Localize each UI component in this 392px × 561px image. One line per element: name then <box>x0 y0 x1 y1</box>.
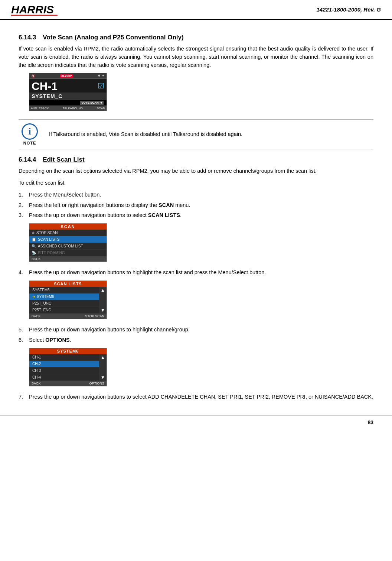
section-614-3-heading: 6.14.3Vote Scan (Analog and P25 Conventi… <box>19 34 373 41</box>
scan-list-p25t-unc: P25T_UNC <box>29 300 99 307</box>
scan-menu-scan-lists: 📋 SCAN LISTS <box>29 236 107 243</box>
scan-menu-screen: SCAN ⊗ STOP SCAN 📋 SCAN LISTS 🔍 ASSIGNED… <box>29 223 107 262</box>
step-7: 7. Press the up or down navigation butto… <box>19 393 373 401</box>
scan-menu-assigned-custom: 🔍 ASSIGNED CUSTOM LIST <box>29 243 107 250</box>
system-header: SYSTEM6 <box>29 348 107 354</box>
vote-scan-screen: 🔇 XL200P ✱ ✦ CH-1 ☑ SYSTEM_C VOTE SCAN ◄… <box>29 73 107 111</box>
screen-channel-number: CH-1 <box>32 81 58 92</box>
note-icon-wrap: i NOTE <box>19 123 41 145</box>
steps-list: 1. Press the Menu/Select button. 2. Pres… <box>19 191 373 220</box>
harris-logo: HARRIS <box>11 3 59 16</box>
screen-channel-row: CH-1 ☑ <box>29 79 107 93</box>
steps-list-2: 4. Press the up or down navigation butto… <box>19 269 373 277</box>
screen-bottom-bar: AUD. PBACK TALKAROUND SCAN <box>29 106 107 111</box>
screen-top-bar: 🔇 XL200P ✱ ✦ <box>29 73 107 79</box>
scan-list-system5: SYSTEM5 <box>29 287 99 294</box>
channel-ch2: CH-2 <box>29 361 99 367</box>
scan-list-system6: ➔SYSTEM6 <box>29 294 99 300</box>
system-channels-screen-container: SYSTEM6 CH-1 CH-2 CH-3 CH-4 <box>29 348 373 388</box>
scan-lists-screen: SCAN LISTS SYSTEM5 ➔SYSTEM6 P25T_UNC P25… <box>29 280 107 319</box>
page-number: 83 <box>368 419 373 425</box>
steps-list-4: 7. Press the up or down navigation butto… <box>19 393 373 401</box>
section-614-4-intro: Depending on the scan list options selec… <box>19 167 373 175</box>
scan-menu-stop-scan: ⊗ STOP SCAN <box>29 230 107 236</box>
channel-ch4: CH-4 <box>29 374 99 381</box>
main-content: 6.14.3Vote Scan (Analog and P25 Conventi… <box>0 20 392 412</box>
scan-menu-back: BACK <box>29 256 107 262</box>
note-text: If Talkaround is enabled, Vote Scan is d… <box>49 130 242 139</box>
scan-list-p25t-enc: P25T_ENC <box>29 307 99 314</box>
screen-system-name: SYSTEM_C <box>29 93 107 100</box>
system-channels-screen: SYSTEM6 CH-1 CH-2 CH-3 CH-4 <box>29 348 107 386</box>
step-2: 2. Press the left or right navigation bu… <box>19 201 373 210</box>
channels-body: CH-1 CH-2 CH-3 CH-4 ▲ ▼ <box>29 354 107 381</box>
step-6: 6. Select OPTIONS. <box>19 336 373 344</box>
info-icon: i <box>22 123 38 140</box>
step-3: 3. Press the up or down navigation butto… <box>19 211 373 220</box>
system-bottom: BACK OPTIONS <box>29 381 107 386</box>
page-header: HARRIS 14221-1800-2000, Rev. G <box>0 0 392 20</box>
channel-ch3: CH-3 <box>29 367 99 374</box>
scan-lists-header: SCAN LISTS <box>29 281 107 287</box>
note-label: NOTE <box>23 141 36 145</box>
svg-text:HARRIS: HARRIS <box>11 3 54 16</box>
document-number: 14221-1800-2000, Rev. G <box>317 6 381 13</box>
step-5: 5. Press the up or down navigation butto… <box>19 326 373 334</box>
step-4: 4. Press the up or down navigation butto… <box>19 269 373 277</box>
scan-menu-header: SCAN <box>29 224 107 230</box>
screen-vote-bar: VOTE SCAN ◄ <box>29 100 107 106</box>
steps-list-3: 5. Press the up or down navigation butto… <box>19 326 373 344</box>
scan-lists-bottom: BACK STOP SCAN <box>29 314 107 319</box>
section-614-4-heading: 6.14.4Edit Scan List <box>19 156 373 163</box>
page-footer: 83 <box>0 415 392 429</box>
section-614-3-body: If vote scan is enabled via RPM2, the ra… <box>19 45 373 69</box>
scan-menu-site-roaming: 📡 SITE ROAMING <box>29 250 107 256</box>
note-box: i NOTE If Talkaround is enabled, Vote Sc… <box>19 119 373 149</box>
screen-check-icon: ☑ <box>98 81 104 90</box>
vote-scan-screen-container: 🔇 XL200P ✱ ✦ CH-1 ☑ SYSTEM_C VOTE SCAN ◄… <box>29 73 373 113</box>
scan-lists-body: SYSTEM5 ➔SYSTEM6 P25T_UNC P25T_ENC ▲ ▼ <box>29 287 107 314</box>
scan-menu-screen-container: SCAN ⊗ STOP SCAN 📋 SCAN LISTS 🔍 ASSIGNED… <box>29 223 373 263</box>
step-1: 1. Press the Menu/Select button. <box>19 191 373 199</box>
section-614-4-to-edit: To edit the scan list: <box>19 179 373 187</box>
scan-lists-screen-container: SCAN LISTS SYSTEM5 ➔SYSTEM6 P25T_UNC P25… <box>29 280 373 321</box>
channel-ch1: CH-1 <box>29 354 99 361</box>
